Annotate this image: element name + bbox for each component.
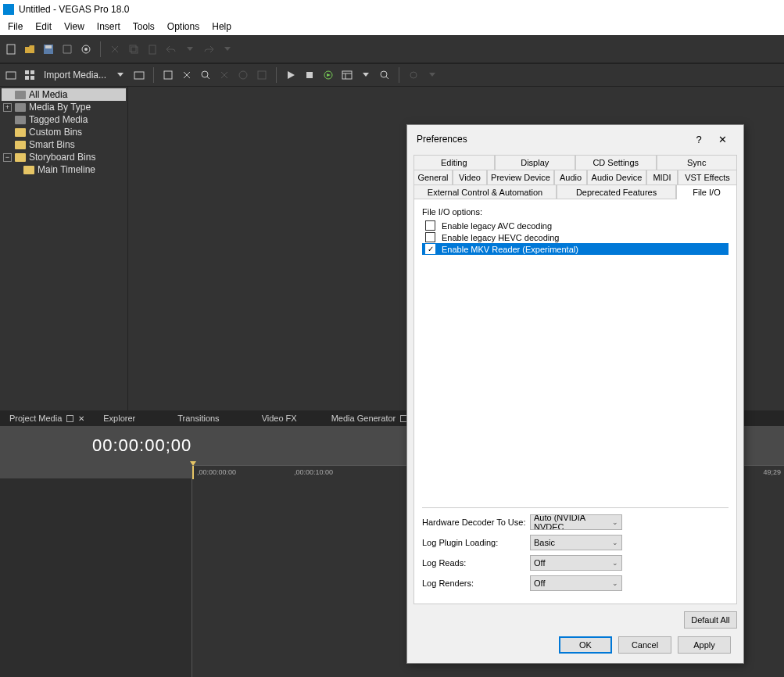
new-project-icon[interactable]: [3, 41, 19, 57]
tab-cd-settings[interactable]: CD Settings: [575, 155, 657, 170]
refresh-dropdown-icon[interactable]: [424, 67, 440, 83]
tab-preview-device[interactable]: Preview Device: [487, 170, 554, 184]
redo-dropdown-icon[interactable]: [220, 41, 235, 57]
sidebar-item-custom-bins[interactable]: Custom Bins: [2, 126, 126, 138]
separator: [100, 41, 101, 57]
tab-label: Media Generator: [331, 414, 396, 423]
svg-rect-5: [130, 45, 136, 52]
form-rows: Hardware Decoder To Use: Auto (NVIDIA NV…: [422, 507, 729, 596]
option-legacy-hevc[interactable]: Enable legacy HEVC decoding: [422, 231, 729, 243]
sidebar-item-storyboard-bins[interactable]: − Storyboard Bins: [2, 151, 126, 163]
menu-file[interactable]: File: [2, 20, 29, 34]
sidebar-item-media-by-type[interactable]: + Media By Type: [2, 101, 126, 113]
tab-file-io[interactable]: File I/O: [676, 184, 737, 199]
sidebar-item-all-media[interactable]: All Media: [2, 88, 126, 101]
tab-video-fx[interactable]: Video FX: [252, 414, 306, 423]
tab-editing[interactable]: Editing: [413, 155, 495, 170]
media-fx2-icon[interactable]: [254, 67, 270, 83]
tab-audio[interactable]: Audio: [554, 170, 587, 184]
sidebar-item-tagged-media[interactable]: Tagged Media: [2, 113, 126, 126]
zoom-icon[interactable]: [377, 67, 392, 83]
tab-label: Explorer: [103, 414, 135, 423]
tab-label: Transitions: [177, 414, 219, 423]
svg-rect-7: [149, 45, 156, 54]
menu-tools[interactable]: Tools: [127, 20, 161, 34]
sidebar-label: Smart Bins: [29, 139, 75, 150]
cancel-button[interactable]: Cancel: [618, 636, 671, 654]
tab-external-control[interactable]: External Control & Automation: [413, 184, 557, 199]
folder-icon: [15, 91, 26, 99]
maximize-icon[interactable]: [66, 415, 73, 422]
tab-transitions[interactable]: Transitions: [168, 414, 228, 423]
menu-edit[interactable]: Edit: [29, 20, 58, 34]
import-dropdown-icon[interactable]: [113, 67, 128, 83]
ok-button[interactable]: OK: [559, 636, 612, 654]
close-button[interactable]: ✕: [711, 130, 734, 149]
hw-decoder-select[interactable]: Auto (NVIDIA NVDEC ⌄: [530, 514, 622, 530]
project-media-icon[interactable]: [3, 67, 19, 83]
option-mkv-reader[interactable]: Enable MKV Reader (Experimental): [422, 243, 729, 255]
tab-deprecated[interactable]: Deprecated Features: [557, 184, 676, 199]
help-button[interactable]: ?: [687, 130, 711, 149]
folder-icon: [15, 103, 26, 112]
save-icon[interactable]: [41, 41, 56, 57]
media-search-icon[interactable]: [198, 67, 213, 83]
redo-icon[interactable]: [201, 41, 217, 57]
properties-icon[interactable]: [78, 41, 94, 57]
capture-icon[interactable]: [131, 67, 147, 83]
select-value: Off: [534, 578, 545, 588]
svg-rect-17: [258, 71, 266, 79]
media-properties-icon[interactable]: [235, 67, 251, 83]
tab-sync[interactable]: Sync: [657, 155, 738, 170]
tab-display[interactable]: Display: [495, 155, 576, 170]
tab-project-media[interactable]: Project Media ✕: [0, 414, 94, 423]
tab-explorer[interactable]: Explorer: [94, 414, 145, 423]
display-mode-icon[interactable]: [339, 67, 355, 83]
default-all-button[interactable]: Default All: [684, 611, 737, 629]
tab-audio-device[interactable]: Audio Device: [587, 170, 646, 184]
row-log-plugin: Log Plugin Loading: Basic ⌄: [422, 535, 729, 550]
menu-insert[interactable]: Insert: [91, 20, 127, 34]
svg-rect-2: [45, 45, 52, 48]
apply-button[interactable]: Apply: [678, 636, 731, 654]
timecode-display[interactable]: 00:00:00;00: [0, 435, 192, 456]
checkbox[interactable]: [425, 232, 435, 242]
tab-vst-effects[interactable]: VST Effects: [678, 170, 737, 184]
menu-options[interactable]: Options: [161, 20, 206, 34]
auto-preview-icon[interactable]: [320, 67, 336, 83]
playhead-icon[interactable]: [192, 466, 194, 479]
paste-icon[interactable]: [145, 41, 160, 57]
sidebar-item-main-timeline[interactable]: Main Timeline: [2, 163, 126, 176]
collapse-icon[interactable]: −: [3, 153, 12, 162]
tab-midi[interactable]: MIDI: [646, 170, 678, 184]
log-reads-select[interactable]: Off ⌄: [530, 555, 622, 571]
tab-general[interactable]: General: [413, 170, 453, 184]
display-dropdown-icon[interactable]: [358, 67, 374, 83]
copy-icon[interactable]: [126, 41, 141, 57]
stop-icon[interactable]: [302, 67, 317, 83]
remove-unused-icon[interactable]: [217, 67, 232, 83]
media-fx-icon[interactable]: [160, 67, 176, 83]
cut-icon[interactable]: [107, 41, 123, 57]
option-legacy-avc[interactable]: Enable legacy AVC decoding: [422, 220, 729, 231]
checkbox[interactable]: [425, 244, 435, 254]
sidebar-item-smart-bins[interactable]: Smart Bins: [2, 138, 126, 151]
refresh-icon[interactable]: [406, 67, 421, 83]
render-icon[interactable]: [59, 41, 75, 57]
close-icon[interactable]: ✕: [78, 414, 84, 423]
undo-icon[interactable]: [163, 41, 179, 57]
play-icon[interactable]: [283, 67, 299, 83]
log-renders-select[interactable]: Off ⌄: [530, 575, 622, 591]
log-plugin-select[interactable]: Basic ⌄: [530, 535, 622, 550]
menu-help[interactable]: Help: [206, 20, 238, 34]
menu-view[interactable]: View: [58, 20, 91, 34]
remove-media-icon[interactable]: [179, 67, 195, 83]
checkbox[interactable]: [425, 220, 435, 231]
open-icon[interactable]: [22, 41, 38, 57]
views-icon[interactable]: [22, 67, 38, 83]
folder-icon: [15, 116, 26, 124]
expand-icon[interactable]: +: [3, 103, 12, 112]
undo-dropdown-icon[interactable]: [182, 41, 198, 57]
tab-video[interactable]: Video: [453, 170, 487, 184]
import-media-button[interactable]: Import Media...: [41, 70, 109, 81]
